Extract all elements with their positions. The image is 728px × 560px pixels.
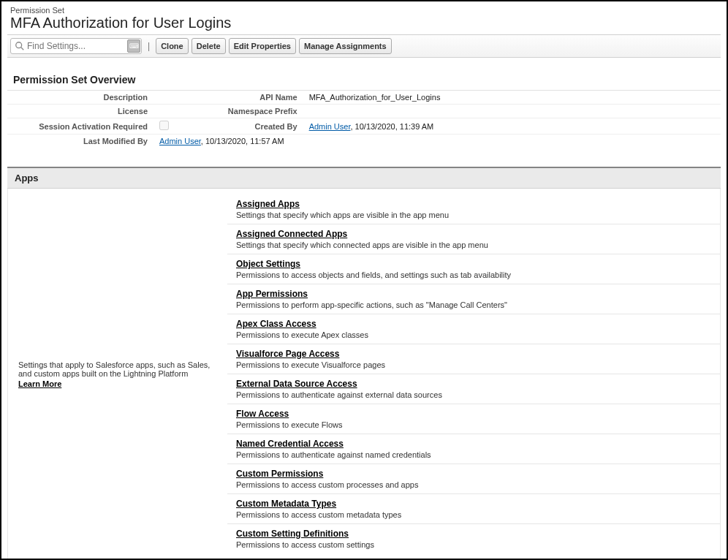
- value-namespace-prefix: [303, 105, 721, 118]
- svg-point-0: [16, 42, 22, 48]
- app-item-desc: Settings that specify which apps are vis…: [236, 211, 711, 219]
- apps-learn-more-link[interactable]: Learn More: [18, 379, 61, 388]
- page-root: Permission Set MFA Authorization for Use…: [0, 0, 728, 560]
- app-item-desc: Permissions to authenticate against name…: [236, 450, 711, 459]
- app-item: Object SettingsPermissions to access obj…: [227, 254, 720, 284]
- clone-button[interactable]: Clone: [156, 38, 189, 54]
- app-item-link[interactable]: Object Settings: [236, 259, 300, 269]
- app-item-link[interactable]: Visualforce Page Access: [236, 349, 339, 359]
- app-item-link[interactable]: Custom Metadata Types: [236, 499, 336, 509]
- edit-properties-button[interactable]: Edit Properties: [229, 38, 296, 54]
- value-created-by: Admin User, 10/13/2020, 11:39 AM: [303, 118, 721, 135]
- label-session-activation: Session Activation Required: [7, 118, 153, 135]
- record-type-label: Permission Set: [7, 6, 721, 15]
- label-namespace-prefix: Namespace Prefix: [216, 105, 303, 118]
- value-api-name: MFA_Authorization_for_User_Logins: [303, 91, 721, 105]
- delete-button[interactable]: Delete: [192, 38, 226, 54]
- toolbar-divider: |: [148, 41, 150, 51]
- apps-list: Assigned AppsSettings that specify which…: [227, 189, 720, 559]
- app-item: Assigned Connected AppsSettings that spe…: [227, 224, 720, 254]
- apps-intro-text: Settings that apply to Salesforce apps, …: [18, 360, 210, 378]
- toolbar: ⌨ | Clone Delete Edit Properties Manage …: [7, 34, 721, 58]
- app-item-link[interactable]: Assigned Connected Apps: [236, 229, 347, 239]
- app-item: Flow AccessPermissions to execute Flows: [227, 404, 720, 434]
- app-item: Custom PermissionsPermissions to access …: [227, 464, 720, 494]
- app-item-link[interactable]: External Data Source Access: [236, 379, 357, 389]
- created-by-user-link[interactable]: Admin User: [309, 122, 351, 131]
- app-item-desc: Permissions to access custom metadata ty…: [236, 510, 711, 519]
- apps-heading: Apps: [7, 167, 721, 189]
- app-item-link[interactable]: Custom Permissions: [236, 469, 323, 479]
- app-item: Custom Setting DefinitionsPermissions to…: [227, 524, 720, 553]
- svg-line-1: [21, 48, 24, 50]
- label-last-modified-by: Last Modified By: [7, 135, 153, 148]
- last-modified-date: , 10/13/2020, 11:57 AM: [201, 137, 284, 145]
- app-item-link[interactable]: Apex Class Access: [236, 319, 316, 329]
- value-session-activation: [153, 118, 216, 135]
- search-icon: [15, 41, 25, 51]
- search-wrap: ⌨: [10, 38, 142, 54]
- app-item-desc: Permissions to execute Flows: [236, 420, 711, 429]
- apps-intro: Settings that apply to Salesforce apps, …: [8, 189, 227, 559]
- app-item-link[interactable]: Named Credential Access: [236, 439, 344, 449]
- session-activation-checkbox[interactable]: [159, 121, 169, 130]
- manage-assignments-button[interactable]: Manage Assignments: [299, 38, 392, 54]
- last-modified-user-link[interactable]: Admin User: [159, 137, 201, 145]
- app-item-desc: Permissions to perform app-specific acti…: [236, 300, 711, 309]
- app-item-link[interactable]: Assigned Apps: [236, 199, 300, 209]
- app-item-desc: Permissions to access custom processes a…: [236, 480, 711, 489]
- app-item: Custom Metadata TypesPermissions to acce…: [227, 494, 720, 524]
- overview-heading: Permission Set Overview: [7, 58, 721, 90]
- label-license: License: [7, 105, 153, 118]
- created-by-date: , 10/13/2020, 11:39 AM: [350, 122, 433, 131]
- app-item: App PermissionsPermissions to perform ap…: [227, 284, 720, 314]
- app-item: Apex Class AccessPermissions to execute …: [227, 314, 720, 344]
- page-title: MFA Authorization for User Logins: [7, 15, 721, 31]
- app-item-desc: Permissions to access objects and fields…: [236, 270, 711, 279]
- app-item: External Data Source AccessPermissions t…: [227, 374, 720, 404]
- app-item-desc: Permissions to execute Apex classes: [236, 330, 711, 339]
- label-api-name: API Name: [216, 91, 303, 105]
- app-item-desc: Permissions to authenticate against exte…: [236, 390, 711, 399]
- label-description: Description: [7, 91, 153, 105]
- overview-table: Description API Name MFA_Authorization_f…: [7, 90, 721, 148]
- app-item: Named Credential AccessPermissions to au…: [227, 434, 720, 464]
- value-last-modified-by: Admin User, 10/13/2020, 11:57 AM: [153, 135, 721, 148]
- keyboard-icon[interactable]: ⌨: [127, 39, 140, 53]
- app-item-link[interactable]: App Permissions: [236, 289, 308, 299]
- app-item-desc: Permissions to access custom settings: [236, 540, 711, 549]
- label-created-by: Created By: [216, 118, 303, 135]
- search-input[interactable]: [10, 38, 142, 54]
- value-description: [153, 91, 216, 105]
- app-item-link[interactable]: Custom Setting Definitions: [236, 529, 349, 539]
- app-item-desc: Settings that specify which connected ap…: [236, 241, 711, 249]
- value-license: [153, 105, 216, 118]
- app-item: Assigned AppsSettings that specify which…: [227, 194, 720, 224]
- app-item: Visualforce Page AccessPermissions to ex…: [227, 344, 720, 374]
- app-item-link[interactable]: Flow Access: [236, 409, 289, 419]
- apps-body: Settings that apply to Salesforce apps, …: [7, 189, 721, 560]
- app-item-desc: Permissions to execute Visualforce pages: [236, 360, 711, 369]
